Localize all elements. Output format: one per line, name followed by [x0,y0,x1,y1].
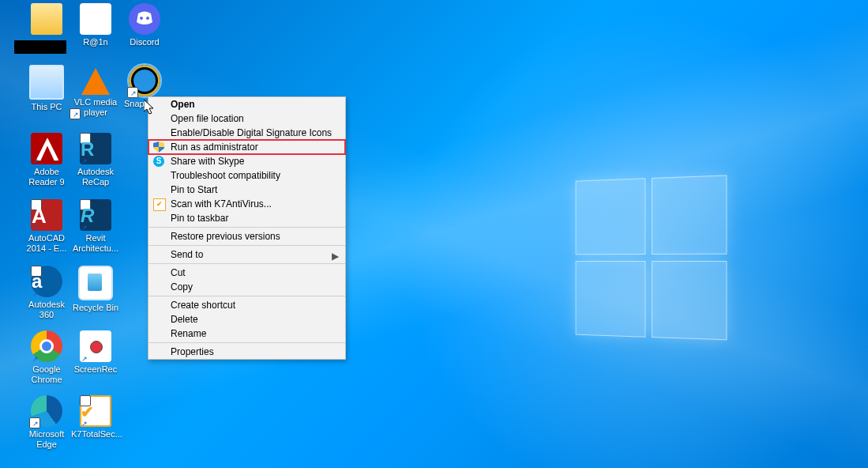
desktop-icon-label: Google Chrome [22,364,71,385]
srec-icon [80,330,111,362]
recap-icon [80,133,111,164]
revit-icon [80,199,111,231]
menu-item-label: Create shortcut [171,300,235,311]
menu-item-pin-to-start[interactable]: Pin to Start [148,183,345,197]
desktop-icon-label: Revit Architectu... [71,233,120,254]
a360-icon [31,266,62,297]
discord-icon [129,3,160,35]
menu-item-open-file-location[interactable]: Open file location [148,111,345,126]
adobe-icon [31,133,62,164]
menu-item-label: Properties [171,346,214,357]
desktop-icon-recap[interactable]: Autodesk ReCap [71,133,120,187]
desktop-icon-label: ScreenRec [71,364,120,375]
shield-icon [153,142,164,153]
desktop-icon-srec[interactable]: ScreenRec [71,330,120,375]
menu-item-open[interactable]: Open [148,97,345,111]
acad-icon [31,199,62,231]
desktop-icon-label: Autodesk ReCap [71,167,120,187]
menu-item-send-to[interactable]: Send to▶ [148,247,345,262]
folder-unnamed-icon [31,3,62,35]
windows-logo [576,175,734,347]
menu-separator [148,342,345,343]
menu-item-create-shortcut[interactable]: Create shortcut [148,298,345,312]
desktop-icon-label: K7TotalSec... [71,429,120,440]
k7s-icon [153,198,166,211]
redaction-bar [14,40,66,54]
menu-item-label: Open file location [171,113,244,124]
desktop-icon-label: Adobe Reader 9 [22,167,71,187]
vlc-icon [81,68,110,95]
menu-item-label: Run as administrator [171,142,258,153]
menu-item-label: Restore previous versions [171,231,280,242]
thispc-icon [29,65,64,100]
menu-separator [148,245,345,246]
menu-separator [148,227,345,228]
desktop-icon-label: Recycle Bin [71,303,120,313]
menu-item-restore-previous-versions[interactable]: Restore previous versions [148,229,345,243]
skype-icon [153,156,164,167]
menu-item-label: Scan with K7AntiVirus... [171,198,272,209]
menu-item-label: Troubleshoot compatibility [171,170,280,181]
context-menu: OpenOpen file locationEnable/Disable Dig… [148,96,346,360]
k7-icon [80,395,111,427]
desktop-icon-k7[interactable]: K7TotalSec... [71,395,120,440]
desktop-icon-label: Discord [120,37,169,47]
svg-point-1 [146,17,149,20]
menu-item-label: Share with Skype [171,156,244,167]
desktop-icon-chrome[interactable]: Google Chrome [22,330,71,385]
menu-item-run-as-administrator[interactable]: Run as administrator [148,140,345,154]
desktop-icon-adobe[interactable]: Adobe Reader 9 [22,133,71,187]
menu-item-label: Rename [171,328,206,339]
edge-icon [31,395,62,427]
desktop-icon-a360[interactable]: Autodesk 360 [22,266,71,320]
menu-item-scan-with-k7antivirus[interactable]: Scan with K7AntiVirus... [148,197,345,211]
menu-item-troubleshoot-compatibility[interactable]: Troubleshoot compatibility [148,168,345,183]
desktop[interactable]: R@1nDiscordThis PCVLC media playerSnap C… [0,0,868,468]
menu-separator [148,296,345,296]
r01n-icon [80,3,111,35]
menu-item-enable-disable-digital-signature-icons[interactable]: Enable/Disable Digital Signature Icons [148,126,345,140]
submenu-arrow-icon: ▶ [332,249,339,263]
desktop-icon-label: R@1n [71,37,120,47]
desktop-icon-label: This PC [22,102,71,112]
menu-item-label: Copy [171,281,193,292]
desktop-icon-acad[interactable]: AutoCAD 2014 - E... [22,199,71,254]
menu-item-copy[interactable]: Copy [148,280,345,294]
svg-point-0 [140,17,143,20]
menu-item-label: Delete [171,314,198,325]
desktop-icon-r01n[interactable]: R@1n [71,3,120,47]
menu-item-share-with-skype[interactable]: Share with Skype [148,154,345,168]
menu-separator [148,263,345,264]
desktop-icon-thispc[interactable]: This PC [22,65,71,112]
chrome-icon [31,330,62,362]
menu-item-cut[interactable]: Cut [148,266,345,280]
menu-item-rename[interactable]: Rename [148,326,345,341]
menu-item-pin-to-taskbar[interactable]: Pin to taskbar [148,211,345,225]
menu-item-label: Open [171,99,195,110]
desktop-icon-label: AutoCAD 2014 - E... [22,233,71,254]
menu-item-delete[interactable]: Delete [148,312,345,326]
menu-item-label: Pin to Start [171,184,217,195]
bin-icon [78,266,113,300]
menu-item-label: Send to [171,249,203,260]
menu-item-label: Enable/Disable Digital Signature Icons [171,127,332,138]
desktop-icon-vlc[interactable]: VLC media player [71,65,120,118]
snapcam-icon [129,65,160,96]
desktop-icon-revit[interactable]: Revit Architectu... [71,199,120,254]
menu-item-label: Cut [171,267,186,278]
menu-item-properties[interactable]: Properties [148,345,345,359]
desktop-icon-discord[interactable]: Discord [120,3,169,47]
desktop-icon-label: Autodesk 360 [22,300,71,320]
menu-item-label: Pin to taskbar [171,213,228,224]
desktop-icon-folder-unnamed[interactable] [22,3,71,37]
desktop-icon-bin[interactable]: Recycle Bin [71,266,120,313]
desktop-icon-edge[interactable]: Microsoft Edge [22,395,71,450]
desktop-icon-label: Microsoft Edge [22,429,71,450]
